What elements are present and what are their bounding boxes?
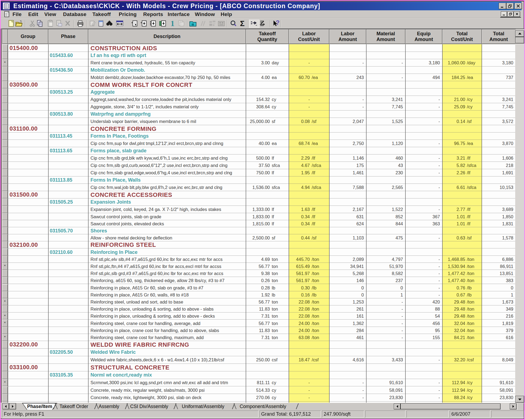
svg-text:?: ?	[276, 20, 279, 26]
svg-text:1: 1	[170, 20, 174, 28]
svg-text:Σ: Σ	[240, 20, 245, 28]
